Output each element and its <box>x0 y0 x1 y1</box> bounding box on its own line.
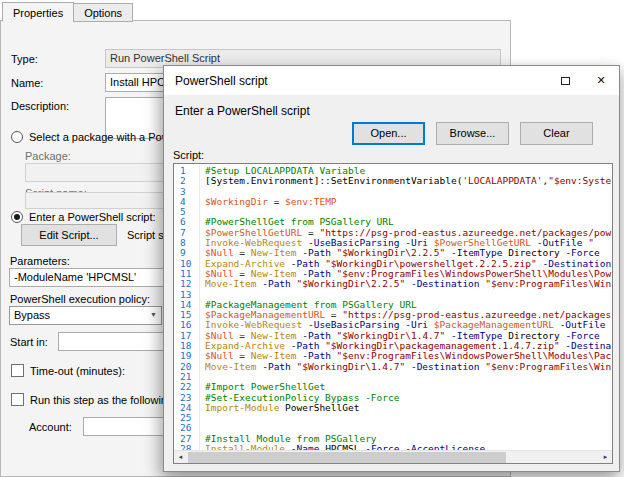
scroll-right-arrow-icon[interactable]: ► <box>599 451 612 463</box>
close-button[interactable]: ✕ <box>583 66 619 95</box>
clear-button[interactable]: Clear <box>520 122 593 145</box>
start-in-label: Start in: <box>10 336 48 348</box>
tab-strip: PropertiesOptions <box>2 2 132 22</box>
run-as-label: Run this step as the following accou <box>30 394 164 406</box>
enter-script-radio[interactable] <box>11 211 23 223</box>
maximize-icon <box>561 77 570 85</box>
description-label: Description: <box>11 100 69 112</box>
line-number-gutter: 1234567891011121314151617181920212223242… <box>174 164 200 450</box>
account-label: Account: <box>29 421 72 433</box>
maximize-button[interactable] <box>547 66 583 95</box>
scrollbar-thumb[interactable] <box>188 452 506 463</box>
name-label: Name: <box>11 77 43 89</box>
dialog-subtitle: Enter a PowerShell script <box>175 104 310 118</box>
tab-options[interactable]: Options <box>73 3 133 22</box>
select-package-radio-label: Select a package with a PowerShel <box>29 131 165 143</box>
close-icon: ✕ <box>596 74 605 86</box>
type-label: Type: <box>11 53 38 65</box>
horizontal-scrollbar[interactable]: ◄ ► <box>174 450 612 463</box>
powershell-script-dialog: PowerShell script ✕ Enter a PowerShell s… <box>163 65 620 472</box>
dialog-titlebar[interactable]: PowerShell script ✕ <box>164 66 619 95</box>
execution-policy-label: PowerShell execution policy: <box>10 293 150 305</box>
timeout-label: Time-out (minutes): <box>30 365 125 377</box>
script-label: Script: <box>173 149 204 161</box>
script-editor[interactable]: 1234567891011121314151617181920212223242… <box>173 163 613 464</box>
package-label: Package: <box>25 150 71 162</box>
code-lines[interactable]: #Setup LOCALAPPDATA Variable[System.Envi… <box>201 164 612 450</box>
execution-policy-value: Bypass <box>14 309 50 321</box>
parameters-label: Parameters: <box>10 255 70 267</box>
tab-properties[interactable]: Properties <box>2 2 74 22</box>
select-package-radio[interactable] <box>11 131 23 143</box>
script-status-text: Script sta <box>127 229 164 241</box>
screenshot-root: PropertiesOptions Type: Run PowerShell S… <box>0 0 624 477</box>
dialog-title: PowerShell script <box>175 74 268 88</box>
browse-button[interactable]: Browse... <box>436 122 509 145</box>
scroll-left-arrow-icon[interactable]: ◄ <box>174 451 187 463</box>
edit-script-button[interactable]: Edit Script... <box>21 224 117 246</box>
execution-policy-dropdown[interactable]: Bypass ▼ <box>9 306 162 325</box>
chevron-down-icon: ▼ <box>150 311 157 318</box>
open-button[interactable]: Open... <box>352 122 425 145</box>
timeout-checkbox[interactable] <box>11 364 24 377</box>
enter-script-radio-label: Enter a PowerShell script: <box>29 211 156 223</box>
run-as-checkbox[interactable] <box>11 393 24 406</box>
